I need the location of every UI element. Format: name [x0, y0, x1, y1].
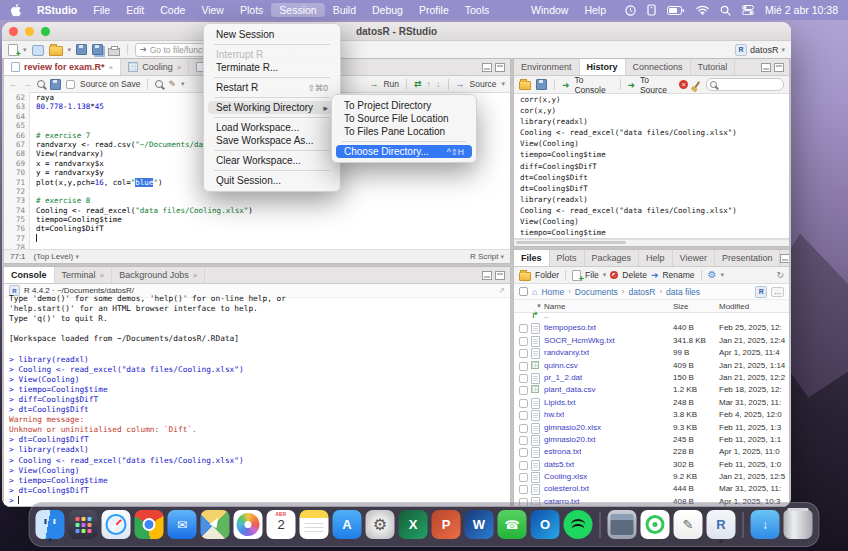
breadcrumb-data-files[interactable]: data files: [666, 287, 700, 297]
menubar-item-help[interactable]: Help: [576, 3, 614, 17]
file-name[interactable]: gimnasio20.xlsx: [544, 423, 601, 432]
file-checkbox[interactable]: [519, 411, 528, 420]
menu-item-terminate-r[interactable]: Terminate R...: [208, 61, 336, 74]
close-window-button[interactable]: [9, 27, 18, 36]
to-source-button[interactable]: To Source: [640, 75, 674, 95]
dock-trash-icon[interactable]: [784, 510, 813, 539]
tab-presentation[interactable]: Presentation: [715, 250, 781, 266]
file-type-selector[interactable]: R Script ▾: [470, 252, 504, 261]
dock-settings-icon[interactable]: ⚙: [366, 510, 395, 539]
menubar-item-view[interactable]: View: [193, 3, 232, 17]
history-item[interactable]: diff=Cooling$DifT: [520, 161, 789, 172]
dock-whatsapp-icon[interactable]: ☎: [498, 510, 527, 539]
back-icon[interactable]: ←: [9, 79, 18, 89]
minimize-pane-icon[interactable]: [482, 271, 492, 280]
file-name[interactable]: Cooling.xlsx: [544, 472, 587, 481]
dock-notes-icon[interactable]: [300, 510, 329, 539]
file-row[interactable]: plant_data.csv1.2 KBFeb 18, 2025, 12:: [514, 384, 789, 396]
history-item[interactable]: tiempo=Cooling$time: [520, 149, 789, 160]
file-name[interactable]: randvarxy.txt: [544, 348, 589, 357]
file-checkbox[interactable]: [519, 436, 528, 445]
history-item[interactable]: View(Cooling): [520, 138, 789, 149]
window-titlebar[interactable]: datosR - RStudio: [2, 22, 791, 41]
dock-textedit-icon[interactable]: ✎: [674, 510, 703, 539]
scrollbar-thumb[interactable]: [516, 241, 626, 244]
clock-icon[interactable]: [625, 5, 636, 16]
menu-item-restart-r[interactable]: Restart R⇧⌘0: [208, 81, 336, 94]
tab-environment[interactable]: Environment: [514, 59, 580, 75]
code-line[interactable]: Cooling <- read_excel("data files/Coolin…: [36, 206, 510, 215]
file-row[interactable]: ↱..: [514, 310, 789, 322]
file-name[interactable]: plant_data.csv: [544, 385, 596, 394]
more-file-commands-icon[interactable]: ⚙: [708, 270, 717, 280]
file-name[interactable]: hw.txt: [544, 410, 564, 419]
history-list[interactable]: corr(x,y)cor(x,y)library(readxl)Cooling …: [514, 94, 789, 247]
new-file-dropdown-icon[interactable]: ▾: [603, 271, 607, 279]
dock-calendar-icon[interactable]: ABR2: [267, 510, 296, 539]
new-file-button[interactable]: [8, 44, 18, 56]
file-name[interactable]: quinn.csv: [544, 361, 578, 370]
tab-connections[interactable]: Connections: [626, 59, 691, 75]
file-row[interactable]: dats5.txt302 BFeb 11, 2025, 1:0: [514, 459, 789, 471]
history-item[interactable]: View(Cooling): [520, 216, 789, 227]
menu-item-clear-workspace[interactable]: Clear Workspace...: [208, 154, 336, 167]
code-tools-dropdown-icon[interactable]: ▾: [181, 80, 185, 88]
tab-tutorial[interactable]: Tutorial: [691, 59, 736, 75]
code-line[interactable]: tiempo=Cooling$time: [36, 215, 510, 224]
go-to-previous-chunk-icon[interactable]: ↑: [427, 79, 432, 89]
file-checkbox[interactable]: [519, 386, 528, 395]
history-item[interactable]: library(readxl): [520, 194, 789, 205]
forward-icon[interactable]: →: [23, 79, 32, 89]
file-checkbox[interactable]: [519, 337, 528, 346]
tab-help[interactable]: Help: [639, 250, 673, 266]
file-checkbox[interactable]: [519, 374, 528, 383]
file-name[interactable]: SOCR_HcmWkg.txt: [544, 336, 615, 345]
more-dropdown-icon[interactable]: ▾: [721, 271, 725, 279]
load-history-icon[interactable]: [519, 81, 531, 90]
tab-viewer[interactable]: Viewer: [673, 250, 715, 266]
code-line[interactable]: # exercise 8: [36, 196, 510, 205]
file-row[interactable]: Cooling.xlsx9.2 KBJan 21, 2025, 12:5: [514, 471, 789, 483]
tab-review-for-exam-r[interactable]: review for exam.R*×: [4, 59, 121, 75]
select-all-checkbox[interactable]: [519, 287, 528, 296]
tab-files[interactable]: Files: [514, 250, 550, 266]
file-row[interactable]: SOCR_HcmWkg.txt341.8 KBJan 21, 2025, 12:…: [514, 335, 789, 347]
menu-item-set-working-directory[interactable]: Set Working Directory▸: [208, 101, 336, 114]
menubar-item-profile[interactable]: Profile: [411, 3, 457, 17]
file-row[interactable]: Lipids.txt248 BMar 31, 2025, 11:: [514, 397, 789, 409]
tab-history[interactable]: History: [580, 59, 626, 75]
minimize-pane-icon[interactable]: [780, 254, 790, 263]
path-more-button[interactable]: ...: [771, 287, 784, 297]
menubar-item-rstudio[interactable]: RStudio: [29, 3, 85, 17]
history-item[interactable]: Cooling <- read_excel("data files/Coolin…: [520, 205, 789, 216]
rerun-icon[interactable]: ⇄: [414, 79, 422, 89]
battery-icon[interactable]: [667, 6, 685, 15]
dock-find-my-icon[interactable]: [641, 510, 670, 539]
console-output[interactable]: Type 'demo()' for some demos, 'help()' f…: [4, 294, 510, 507]
history-scrollbar[interactable]: [514, 239, 789, 246]
dock-powerpoint-icon[interactable]: P: [432, 510, 461, 539]
apple-menu-icon[interactable]: [10, 4, 23, 17]
breadcrumb-home[interactable]: Home: [541, 287, 564, 297]
close-tab-icon[interactable]: ×: [177, 63, 182, 72]
save-button[interactable]: [76, 44, 87, 55]
code-line[interactable]: [36, 234, 510, 243]
find-replace-icon[interactable]: [155, 80, 163, 88]
submenu-item-choose-directory[interactable]: Choose Directory...^⇧H: [336, 145, 472, 158]
file-name[interactable]: gimnasio20.txt: [544, 435, 596, 444]
tab-background-jobs[interactable]: Background Jobs×: [112, 267, 205, 283]
close-tab-icon[interactable]: ×: [100, 271, 105, 280]
dock-app-store-icon[interactable]: A: [333, 510, 362, 539]
menubar-item-edit[interactable]: Edit: [118, 3, 152, 17]
refresh-icon[interactable]: ↻: [776, 270, 784, 280]
new-blank-file-button[interactable]: File: [585, 270, 599, 280]
home-icon[interactable]: ⌂: [532, 287, 537, 297]
remove-entries-icon[interactable]: ×: [679, 80, 688, 89]
history-item[interactable]: tiempo=Cooling$time: [520, 227, 789, 238]
history-item[interactable]: corr(x,y): [520, 94, 789, 105]
submenu-item-to-project-directory[interactable]: To Project Directory: [336, 99, 472, 112]
code-line[interactable]: dt=Cooling$DifT: [36, 224, 510, 233]
history-item[interactable]: dt=Cooling$Dift: [520, 172, 789, 183]
open-file-button[interactable]: [49, 46, 63, 56]
tab-plots[interactable]: Plots: [550, 250, 585, 266]
